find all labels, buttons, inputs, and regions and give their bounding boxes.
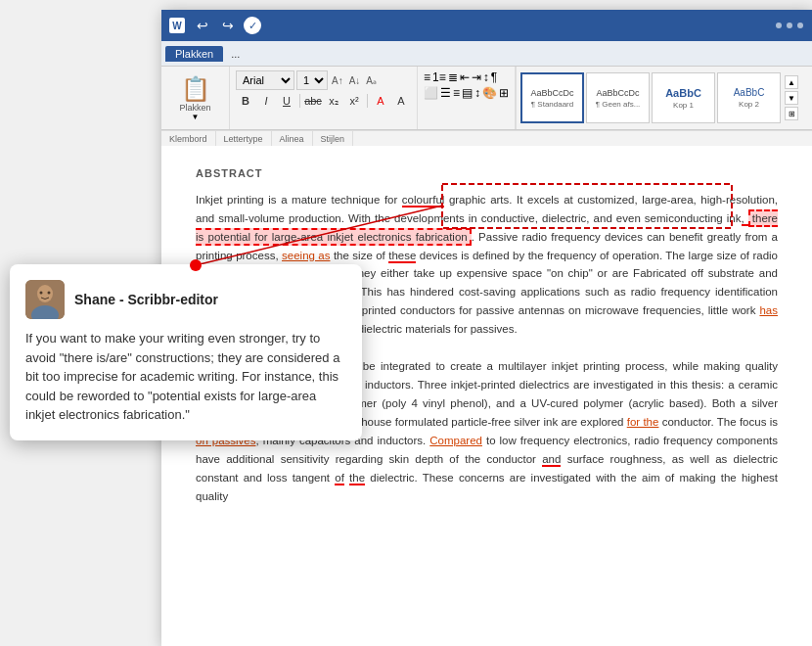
styles-scroll-down[interactable]: ▼ <box>785 91 798 105</box>
paste-arrow: ▼ <box>192 113 200 121</box>
italic-button[interactable]: I <box>256 92 276 110</box>
subscript-button[interactable]: x₂ <box>324 92 343 110</box>
link-seeing-as: seeing as <box>282 250 330 261</box>
sort-btn[interactable]: ↕ <box>483 70 489 84</box>
style-preview-kop2: AaBbC <box>734 87 765 98</box>
style-standaard[interactable]: AaBbCcDc ¶ Standaard <box>520 72 584 123</box>
svg-point-5 <box>40 292 43 295</box>
style-kop2[interactable]: AaBbC Kop 2 <box>717 72 781 123</box>
style-label-kop2: Kop 2 <box>739 100 759 109</box>
strikethrough-button[interactable]: abc <box>303 92 323 110</box>
paste-label: Plakken <box>179 103 210 113</box>
style-kop1[interactable]: AaBbC Kop 1 <box>652 72 715 123</box>
paragraph-section: ≡ 1≡ ≣ ⇤ ⇥ ↕ ¶ ⬜ ☰ ≡ ▤ ↕ 🎨 ⊞ <box>418 67 516 129</box>
style-preview-kop1: AaBbC <box>665 87 701 99</box>
comment-author: Shane - Scribbr-editor <box>74 292 218 307</box>
title-bar: W ↩ ↪ ✓ <box>161 10 812 41</box>
styles-scroll: ▲ ▼ ⊞ <box>783 73 800 122</box>
svg-point-3 <box>37 285 53 302</box>
line-spacing-btn[interactable]: ↕ <box>474 86 480 100</box>
style-preview-standaard: AaBbCcDc <box>531 88 574 98</box>
highlight-button[interactable]: A <box>371 92 390 110</box>
styles-scroll-up[interactable]: ▲ <box>785 75 798 89</box>
link-compared: Compared <box>429 435 482 446</box>
style-geen-afstand[interactable]: AaBbCcDc ¶ Geen afs... <box>586 72 650 123</box>
redo-button[interactable]: ↪ <box>218 16 238 35</box>
comment-bubble: Shane - Scribbr-editor If you want to ma… <box>10 264 362 440</box>
style-label-standaard: ¶ Standaard <box>531 100 573 109</box>
style-label-kop1: Kop 1 <box>673 101 694 110</box>
multilevel-btn[interactable]: ≣ <box>448 70 458 84</box>
title-dot <box>797 23 803 28</box>
ribbon-main: 📋 Plakken ▼ Arial 10 A↑ A↓ Aₐ <box>161 67 812 130</box>
format-separator <box>367 94 368 108</box>
word-icon: W <box>169 18 185 33</box>
abstract-title: ABSTRACT <box>196 165 778 183</box>
title-dot <box>787 23 792 28</box>
annotation-red-dot <box>190 259 202 271</box>
underline-button[interactable]: U <box>277 92 296 110</box>
paste-icon[interactable]: 📋 <box>181 75 210 103</box>
ribbon-klembord: 📋 Plakken ▼ <box>161 67 230 129</box>
link-for-the: for the <box>627 416 659 428</box>
title-dot <box>776 23 782 28</box>
align-right-btn[interactable]: ≡ <box>453 86 460 100</box>
comment-text: If you want to make your writing even st… <box>25 329 346 425</box>
clear-format-btn[interactable]: Aₐ <box>364 75 379 86</box>
formatting-section: Arial 10 A↑ A↓ Aₐ B I U abc x₂ x² <box>230 67 418 129</box>
word-colourful: colourful <box>402 194 444 208</box>
show-marks-btn[interactable]: ¶ <box>491 70 497 84</box>
shrink-font-btn[interactable]: A↓ <box>347 75 363 86</box>
title-controls: ↩ ↪ ✓ <box>193 16 261 35</box>
lettertype-label: Lettertype <box>216 131 272 146</box>
word-the2: the <box>349 472 365 485</box>
comment-header: Shane - Scribbr-editor <box>25 280 346 319</box>
comment-avatar <box>25 280 65 319</box>
tab-other[interactable]: ... <box>225 46 246 62</box>
word-and2: and <box>542 453 561 467</box>
svg-point-6 <box>48 292 51 295</box>
klembord-label: Klembord <box>161 131 216 146</box>
styles-section: AaBbCcDc ¶ Standaard AaBbCcDc ¶ Geen afs… <box>516 67 804 129</box>
check-button[interactable]: ✓ <box>244 17 261 34</box>
highlighted-phrase: there is potential for large-area inkjet… <box>196 209 778 246</box>
decrease-indent-btn[interactable]: ⇤ <box>460 70 470 84</box>
word-these: these <box>388 250 416 263</box>
shading-btn[interactable]: 🎨 <box>482 86 497 100</box>
annotation-dash: , <box>742 212 748 226</box>
ribbon-area: Plakken ... 📋 Plakken ▼ Arial 10 <box>161 41 812 146</box>
numbering-btn[interactable]: 1≡ <box>432 70 446 84</box>
word-of: of <box>335 472 344 485</box>
tab-plakken[interactable]: Plakken <box>165 46 223 62</box>
section-labels: Klembord Lettertype Alinea Stijlen <box>161 130 812 146</box>
stijlen-label: Stijlen <box>313 131 354 146</box>
align-center-btn[interactable]: ☰ <box>440 86 451 100</box>
justify-btn[interactable]: ▤ <box>462 86 473 100</box>
superscript-button[interactable]: x² <box>344 92 364 110</box>
undo-button[interactable]: ↩ <box>193 16 212 35</box>
style-label-geen: ¶ Geen afs... <box>596 100 641 109</box>
bold-button[interactable]: B <box>236 92 255 110</box>
font-family-select[interactable]: Arial <box>236 70 294 90</box>
grow-font-btn[interactable]: A↑ <box>330 75 345 86</box>
align-left-btn[interactable]: ⬜ <box>424 86 438 100</box>
increase-indent-btn[interactable]: ⇥ <box>472 70 481 84</box>
styles-expand[interactable]: ⊞ <box>785 107 798 120</box>
alinea-label: Alinea <box>272 131 313 146</box>
bullets-btn[interactable]: ≡ <box>424 70 430 84</box>
style-preview-geen: AaBbCcDc <box>597 88 640 98</box>
format-separator <box>299 94 300 108</box>
font-color-button[interactable]: A <box>391 92 411 110</box>
font-size-select[interactable]: 10 <box>296 70 328 90</box>
borders-btn[interactable]: ⊞ <box>499 86 509 100</box>
